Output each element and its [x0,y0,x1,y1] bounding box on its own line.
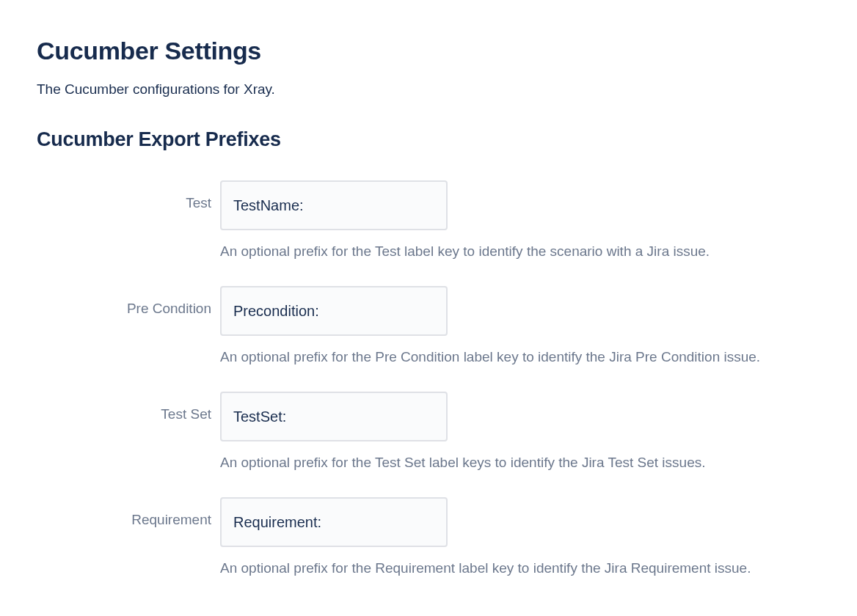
field-row-testset: Test Set An optional prefix for the Test… [37,392,820,491]
test-input[interactable] [220,180,448,230]
precondition-label: Pre Condition [37,286,220,317]
test-label: Test [37,180,220,211]
precondition-field-container: An optional prefix for the Pre Condition… [220,286,820,386]
requirement-label: Requirement [37,497,220,528]
testset-help: An optional prefix for the Test Set labe… [220,455,820,471]
requirement-field-container: An optional prefix for the Requirement l… [220,497,820,597]
field-row-precondition: Pre Condition An optional prefix for the… [37,286,820,386]
precondition-help: An optional prefix for the Pre Condition… [220,349,820,365]
test-help: An optional prefix for the Test label ke… [220,243,820,260]
page-title: Cucumber Settings [37,37,820,65]
page-description: The Cucumber configurations for Xray. [37,81,820,98]
field-row-requirement: Requirement An optional prefix for the R… [37,497,820,597]
precondition-input[interactable] [220,286,448,336]
requirement-help: An optional prefix for the Requirement l… [220,560,820,576]
requirement-input[interactable] [220,497,448,547]
testset-label: Test Set [37,392,220,422]
section-title: Cucumber Export Prefixes [37,128,820,151]
field-row-test: Test An optional prefix for the Test lab… [37,180,820,280]
test-field-container: An optional prefix for the Test label ke… [220,180,820,280]
testset-input[interactable] [220,392,448,441]
testset-field-container: An optional prefix for the Test Set labe… [220,392,820,491]
